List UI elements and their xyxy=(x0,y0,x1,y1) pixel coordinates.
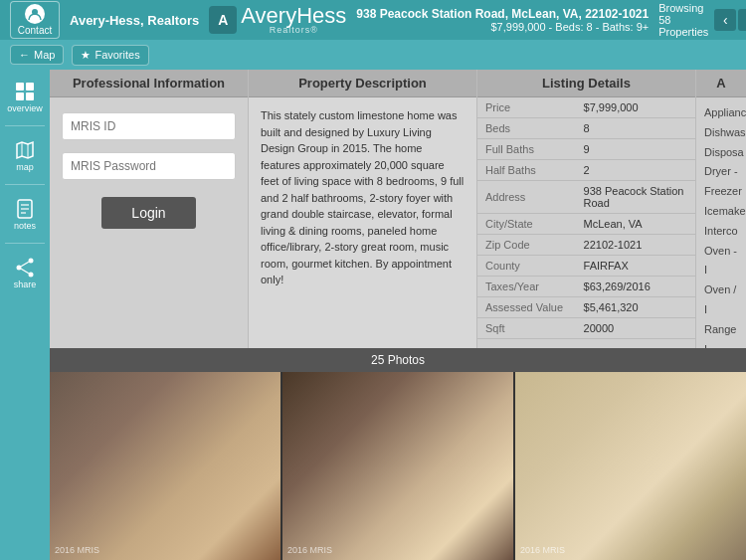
svg-rect-4 xyxy=(26,93,34,100)
map-icon xyxy=(10,138,40,162)
contact-icon xyxy=(25,4,45,24)
contact-label: Contact xyxy=(18,25,52,36)
listing-value: 8 xyxy=(576,118,695,139)
mris-id-input[interactable] xyxy=(62,112,236,140)
appliances-panel-title: A xyxy=(696,70,746,97)
share-icon xyxy=(10,256,40,280)
property-price-beds: $7,999,000 - Beds: 8 - Baths: 9+ xyxy=(356,21,649,33)
listing-label: Price xyxy=(477,97,576,118)
table-row: Assessed Value$5,461,320 xyxy=(477,297,695,318)
listing-value: $63,269/2016 xyxy=(576,277,695,297)
sidebar-item-overview[interactable]: overview xyxy=(0,75,50,118)
table-row: Taxes/Year$63,269/2016 xyxy=(477,277,695,297)
svg-point-12 xyxy=(29,273,34,278)
table-row: Sqft20000 xyxy=(477,318,695,339)
photo-watermark-2: 2016 MRIS xyxy=(287,545,332,555)
sidebar-divider-3 xyxy=(5,243,45,244)
listing-panel-title: Listing Details xyxy=(477,70,695,97)
logo-icon: A xyxy=(209,6,237,34)
sidebar-item-share[interactable]: share xyxy=(0,251,50,294)
contact-button[interactable]: Contact xyxy=(10,1,60,39)
property-address: 938 Peacock Station Road, McLean, VA, 22… xyxy=(356,7,649,21)
description-text: This stately custom limestone home was b… xyxy=(261,107,465,288)
listing-label: Zip Code xyxy=(477,235,576,256)
listing-value: 20000 xyxy=(576,318,695,339)
listing-label: Beds xyxy=(477,118,576,139)
overview-label: overview xyxy=(7,103,43,113)
table-row: CountyFAIRFAX xyxy=(477,256,695,277)
table-row: City/StateMcLean, VA xyxy=(477,214,695,235)
listing-value: $7,999,000 xyxy=(576,97,695,118)
svg-point-13 xyxy=(17,266,22,271)
browsing-info: Browsing 58 Properties ‹ › xyxy=(658,2,746,38)
mris-password-input[interactable] xyxy=(62,152,236,180)
listing-value: 938 Peacock Station Road xyxy=(576,181,695,214)
notes-icon xyxy=(10,197,40,221)
sidebar-divider-2 xyxy=(5,184,45,185)
professional-info-panel: Professional Information Login xyxy=(50,70,249,348)
photo-item-2[interactable]: 2016 MRIS xyxy=(282,372,513,560)
table-row: Address938 Peacock Station Road xyxy=(477,181,695,214)
svg-line-15 xyxy=(21,269,29,274)
property-info: 938 Peacock Station Road, McLean, VA, 22… xyxy=(356,7,649,33)
favorites-label: Favorites xyxy=(94,49,139,61)
svg-point-11 xyxy=(29,259,34,264)
top-panels: Professional Information Login Property … xyxy=(50,70,746,348)
appliance-item: Interco xyxy=(704,222,738,242)
agent-name: Avery-Hess, Realtors xyxy=(70,13,199,28)
star-icon: ★ xyxy=(81,49,91,62)
grid-icon xyxy=(10,80,40,103)
svg-line-14 xyxy=(21,262,29,267)
photo-watermark-3: 2016 MRIS xyxy=(520,545,565,555)
listing-details-panel: Listing Details Price$7,999,000Beds8Full… xyxy=(477,70,696,348)
listing-value: 2 xyxy=(576,160,695,181)
table-row: Half Baths2 xyxy=(477,160,695,181)
listing-value: $5,461,320 xyxy=(576,297,695,318)
listing-label: Full Baths xyxy=(477,139,576,160)
prev-arrow-button[interactable]: ‹ xyxy=(714,9,736,31)
listing-label: Assessed Value xyxy=(477,297,576,318)
appliances-panel: A AppliancesDishwasDisposaDryer -Freezer… xyxy=(696,70,746,348)
listing-label: Address xyxy=(477,181,576,214)
listing-value: FAIRFAX xyxy=(576,256,695,277)
listing-table: Price$7,999,000Beds8Full Baths9Half Bath… xyxy=(477,97,695,339)
map-button[interactable]: ← Map xyxy=(10,45,64,65)
appliance-item: Oven / I xyxy=(704,280,738,320)
appliance-item: Icemake xyxy=(704,202,738,222)
listing-label: County xyxy=(477,256,576,277)
back-arrow-icon: ← xyxy=(19,49,30,61)
appliance-item: Appliances xyxy=(704,103,738,123)
sidebar-item-notes[interactable]: notes xyxy=(0,192,50,236)
map-label: map xyxy=(16,162,34,172)
sub-header: ← Map ★ Favorites xyxy=(0,40,746,70)
sidebar-divider xyxy=(5,125,45,126)
main-content: Professional Information Login Property … xyxy=(50,70,746,560)
logo-text: AveryHess xyxy=(241,5,346,27)
photo-item-1[interactable]: 2016 MRIS xyxy=(50,372,280,560)
logo: A AveryHess Realtors® xyxy=(209,5,346,35)
photos-count: 25 Photos xyxy=(371,353,425,367)
desc-panel-title: Property Description xyxy=(249,70,476,97)
table-row: Full Baths9 xyxy=(477,139,695,160)
table-row: Beds8 xyxy=(477,118,695,139)
appliance-item: Oven - I xyxy=(704,242,738,281)
photos-bar: 25 Photos xyxy=(50,348,746,372)
next-arrow-button[interactable]: › xyxy=(738,9,746,31)
map-label: Map xyxy=(34,49,55,61)
photos-section: 25 Photos 2016 MRIS 2016 MRIS 2016 MRIS xyxy=(50,348,746,560)
favorites-button[interactable]: ★ Favorites xyxy=(72,45,148,66)
listing-label: Taxes/Year xyxy=(477,277,576,297)
browsing-text: Browsing 58 Properties xyxy=(658,2,708,38)
photo-item-3[interactable]: 2016 MRIS xyxy=(515,372,746,560)
appliance-item: Freezer xyxy=(704,182,738,202)
nav-arrows: ‹ › xyxy=(714,9,746,31)
table-row: Zip Code22102-1021 xyxy=(477,235,695,256)
listing-label: City/State xyxy=(477,214,576,235)
notes-label: notes xyxy=(14,221,36,231)
listing-value: McLean, VA xyxy=(576,214,695,235)
listing-label: Half Baths xyxy=(477,160,576,181)
login-button[interactable]: Login xyxy=(101,197,195,229)
desc-panel-body: This stately custom limestone home was b… xyxy=(249,97,476,298)
sidebar-item-map[interactable]: map xyxy=(0,133,50,177)
svg-rect-1 xyxy=(16,83,24,91)
